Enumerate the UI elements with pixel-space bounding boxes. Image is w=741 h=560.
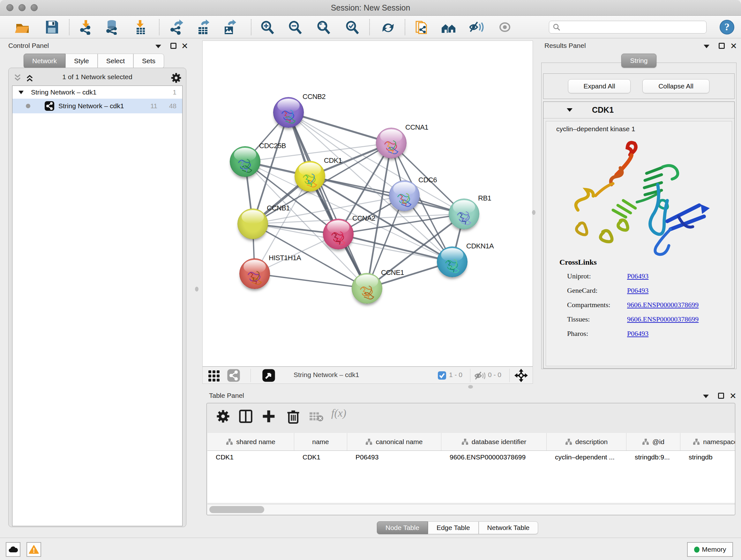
column-header--id[interactable]: @id (626, 433, 680, 450)
network-canvas[interactable]: CCNB2CCNA1CDC25BCDK1CDC6RB1CCNB1CCNA2CDK… (202, 41, 533, 367)
node-CDC25B[interactable] (230, 146, 260, 177)
results-panel-menu-icon[interactable] (704, 45, 710, 48)
scrollbar-thumb[interactable] (209, 506, 264, 513)
collection-expanded-icon[interactable] (17, 89, 24, 96)
show-columns-icon[interactable] (239, 409, 253, 424)
section-collapse-icon[interactable] (567, 108, 572, 112)
table-row[interactable]: CDK1CDK1P064939606.ENSP00000378699cyclin… (207, 451, 735, 463)
tab-select[interactable]: Select (98, 54, 133, 68)
node-table[interactable]: shared namenamecanonical namedatabase id… (207, 433, 735, 503)
grid-view-icon[interactable] (208, 369, 220, 382)
crosslink-link[interactable]: P06493 (627, 329, 649, 344)
export-image-icon[interactable] (221, 19, 238, 35)
column-header-shared-name[interactable]: shared name (207, 433, 294, 450)
zoom-out-icon[interactable] (287, 19, 304, 35)
home-icon[interactable] (441, 19, 457, 35)
results-panel-close-icon[interactable]: ✕ (730, 43, 737, 49)
export-network-icon[interactable] (169, 19, 185, 35)
tab-network[interactable]: Network (23, 54, 65, 68)
crosslink-link[interactable]: P06493 (627, 287, 649, 301)
refresh-layout-icon[interactable] (380, 19, 396, 35)
zoom-in-icon[interactable] (259, 19, 276, 35)
edge-CCNB2-CCNA1[interactable] (288, 112, 391, 143)
column-header-name[interactable]: name (294, 433, 347, 450)
node-CCNA2[interactable] (323, 219, 354, 249)
column-header-canonical-name[interactable]: canonical name (347, 433, 441, 450)
node-HIST1H1A[interactable] (239, 258, 270, 289)
memory-button[interactable]: Memory (687, 542, 733, 557)
control-panel-float-icon[interactable] (171, 43, 177, 49)
bottom-splitter-handle[interactable] (468, 385, 473, 388)
export-table-icon[interactable] (195, 19, 212, 35)
svg-text:?: ? (724, 21, 730, 33)
protein-section-header[interactable]: CDK1 (543, 102, 734, 118)
tab-string[interactable]: String (621, 54, 657, 68)
table-horizontal-scrollbar[interactable] (207, 504, 735, 514)
node-CCNA1[interactable] (376, 128, 407, 159)
tab-network-table[interactable]: Network Table (479, 521, 538, 534)
column-header-namespace[interactable]: namespace (680, 433, 735, 450)
control-panel-menu-icon[interactable] (155, 45, 161, 48)
right-splitter-handle[interactable] (532, 210, 536, 215)
results-panel-float-icon[interactable] (719, 43, 725, 49)
import-database-icon[interactable] (104, 19, 121, 35)
tab-style[interactable]: Style (65, 54, 98, 68)
column-header-description[interactable]: description (547, 433, 626, 450)
tab-edge-table[interactable]: Edge Table (428, 521, 479, 534)
network-row[interactable]: String Network – cdk1 11 48 (12, 99, 182, 113)
table-cell[interactable]: CDK1 (294, 453, 347, 461)
zoom-fit-icon[interactable] (315, 19, 332, 35)
tab-sets[interactable]: Sets (133, 54, 164, 68)
delete-table-icon (309, 409, 324, 424)
show-all-icon[interactable] (496, 19, 513, 35)
node-CDK1[interactable] (294, 161, 325, 192)
table-cell[interactable]: P06493 (347, 453, 441, 461)
hide-selected-icon[interactable] (468, 19, 485, 35)
zoom-selected-icon[interactable] (344, 19, 360, 35)
selected-checkbox-icon[interactable] (437, 371, 447, 380)
table-panel-float-icon[interactable] (718, 393, 724, 399)
edge-HIST1H1A-CCNE1[interactable] (255, 273, 367, 288)
node-CCNE1[interactable] (352, 273, 382, 304)
tab-node-table[interactable]: Node Table (377, 521, 428, 534)
import-table-icon[interactable] (132, 19, 149, 35)
node-CDC6[interactable] (389, 180, 420, 211)
delete-columns-trash-icon[interactable] (286, 409, 300, 424)
search-input[interactable] (561, 23, 698, 31)
crosslink-link[interactable]: P06493 (627, 272, 649, 287)
fit-content-crosshair-icon[interactable] (514, 368, 528, 382)
network-view-icon[interactable] (227, 369, 240, 382)
left-splitter-handle[interactable] (195, 287, 199, 292)
open-session-icon[interactable] (15, 19, 31, 35)
network-collection-row[interactable]: String Network – cdk1 1 (12, 86, 182, 99)
control-panel-close-icon[interactable]: ✕ (181, 43, 188, 49)
expand-all-button[interactable]: Expand All (568, 79, 630, 93)
table-cell[interactable]: 9606.ENSP00000378699 (441, 453, 547, 461)
node-CDKN1A[interactable] (437, 246, 468, 277)
column-header-database-identifier[interactable]: database identifier (441, 433, 547, 450)
warnings-button[interactable] (26, 542, 41, 557)
table-cell[interactable]: stringdb (680, 453, 735, 461)
node-CCNB1[interactable] (238, 208, 268, 239)
table-settings-gear-icon[interactable] (216, 409, 230, 424)
network-edge-count: 48 (169, 102, 177, 110)
cloud-status-button[interactable] (6, 542, 20, 557)
node-RB1[interactable] (449, 199, 479, 229)
table-cell[interactable]: stringdb:9... (626, 453, 680, 461)
collapse-all-button[interactable]: Collapse All (643, 79, 710, 93)
save-session-icon[interactable] (44, 19, 60, 35)
crosslink-link[interactable]: 9606.ENSP00000378699 (627, 315, 698, 329)
network-options-gear-icon[interactable] (171, 72, 182, 84)
node-CCNB2[interactable] (273, 97, 304, 128)
search-field[interactable] (549, 21, 706, 34)
crosslink-link[interactable]: 9606.ENSP00000378699 (627, 301, 698, 315)
table-panel-close-icon[interactable]: ✕ (730, 393, 737, 399)
table-panel-menu-icon[interactable] (703, 395, 709, 398)
create-column-icon[interactable] (261, 409, 276, 424)
table-cell[interactable]: cyclin–dependent ... (547, 453, 626, 461)
table-cell[interactable]: CDK1 (207, 453, 294, 461)
birds-eye-view-icon[interactable] (262, 369, 275, 382)
document-network-icon[interactable] (414, 19, 430, 35)
help-icon[interactable]: ? (719, 19, 735, 35)
import-network-icon[interactable] (78, 19, 94, 35)
